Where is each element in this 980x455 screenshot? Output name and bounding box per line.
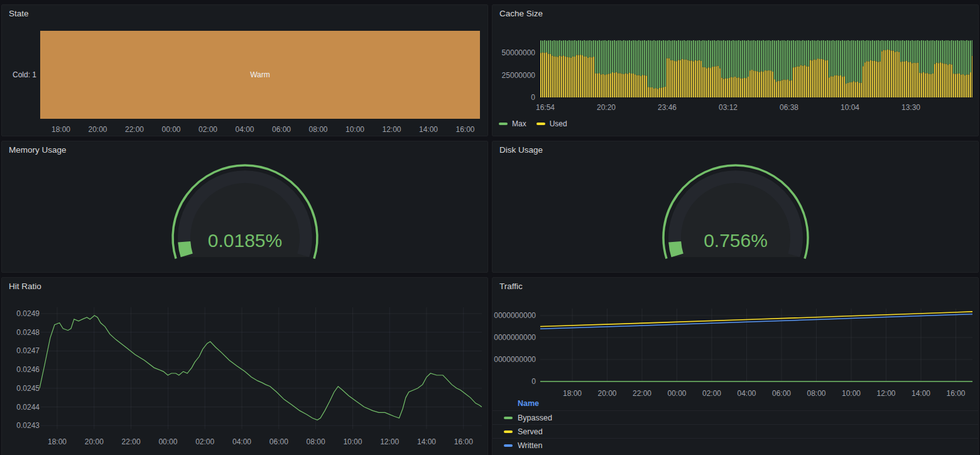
- panel-hit-ratio: Hit Ratio 0.02490.02480.02470.02460.0245…: [1, 277, 488, 455]
- legend-label: Written: [518, 441, 542, 450]
- hit-ratio-line: [37, 296, 482, 434]
- y-tick-label: 20000000000: [494, 355, 536, 364]
- x-tick-label: 03:12: [719, 103, 738, 112]
- x-tick-label: 10:00: [346, 125, 364, 134]
- x-tick-label: 08:00: [307, 437, 325, 446]
- hit-ratio-y-axis: 0.02490.02480.02470.02460.02450.02440.02…: [3, 295, 40, 440]
- y-tick-label: 0: [531, 377, 536, 386]
- x-tick-label: 12:00: [380, 437, 399, 446]
- state-label: Warm: [250, 70, 270, 79]
- x-tick-label: 20:00: [88, 125, 107, 134]
- memory-usage-gauge: 0.0185%: [2, 159, 487, 272]
- legend-label: Served: [518, 427, 543, 436]
- gauge-svg: 0.756%: [654, 156, 817, 273]
- x-tick-label: 00:00: [161, 125, 180, 134]
- gauge-value: 0.0185%: [207, 230, 281, 251]
- y-tick-label: 0.0246: [16, 365, 40, 374]
- x-tick-label: 12:00: [382, 125, 401, 134]
- max-series-swatch-icon: [499, 123, 508, 125]
- cache-size-legend: MaxUsed: [499, 119, 567, 128]
- x-tick-label: 22:00: [122, 437, 141, 446]
- legend-item-used[interactable]: Used: [536, 119, 567, 128]
- cache-y-axis: 02500000050000000: [494, 23, 535, 104]
- gauge-value: 0.756%: [704, 230, 768, 251]
- used-series-swatch-icon: [536, 123, 545, 125]
- legend-label: Max: [512, 119, 526, 128]
- state-row-label: Cold: 1: [5, 70, 36, 79]
- panel-title-state[interactable]: State: [2, 5, 487, 23]
- x-tick-label: 14:00: [419, 125, 438, 134]
- legend-item-max[interactable]: Max: [499, 119, 526, 128]
- x-tick-label: 16:54: [536, 103, 555, 112]
- written-series-swatch-icon: [504, 444, 513, 447]
- disk-usage-gauge: 0.756%: [493, 159, 978, 272]
- x-tick-label: 18:00: [48, 437, 67, 446]
- x-tick-label: 02:00: [195, 437, 214, 446]
- y-tick-label: 0.0243: [16, 421, 40, 430]
- legend-item-written[interactable]: Written: [493, 438, 978, 452]
- y-tick-label: 0.0244: [16, 403, 40, 412]
- legend-label: Used: [550, 119, 567, 128]
- x-tick-label: 13:30: [901, 103, 920, 112]
- cache-size-area: [540, 36, 972, 97]
- x-tick-label: 22:00: [125, 125, 144, 134]
- panel-title-hit-ratio[interactable]: Hit Ratio: [2, 278, 487, 295]
- panel-title-cache-size[interactable]: Cache Size: [493, 5, 978, 23]
- panel-title-traffic[interactable]: Traffic: [493, 278, 978, 295]
- x-tick-label: 16:00: [455, 125, 474, 134]
- y-tick-label: 25000000: [502, 71, 535, 80]
- x-tick-label: 06:00: [272, 125, 291, 134]
- served-series-swatch-icon: [504, 430, 513, 433]
- traffic-y-axis: 0200000000004000000000060000000000: [494, 295, 536, 390]
- grafana-dashboard: State WarmCold: 118:0020:0022:0000:0002:…: [0, 0, 980, 455]
- y-tick-label: 0.0248: [16, 328, 40, 337]
- y-tick-label: 0.0245: [16, 384, 40, 393]
- y-tick-label: 50000000: [502, 48, 535, 57]
- x-tick-label: 20:00: [85, 437, 104, 446]
- x-tick-label: 14:00: [417, 437, 436, 446]
- x-tick-label: 23:46: [658, 103, 677, 112]
- traffic-lines: [540, 302, 972, 384]
- hit-ratio-chart[interactable]: 0.02490.02480.02470.02460.02450.02440.02…: [2, 295, 487, 455]
- x-tick-label: 10:04: [841, 103, 859, 112]
- y-tick-label: 0.0247: [16, 346, 40, 355]
- x-tick-label: 00:00: [158, 437, 177, 446]
- y-tick-label: 0: [531, 93, 535, 102]
- x-tick-label: 06:38: [780, 103, 798, 112]
- x-tick-label: 06:00: [270, 437, 288, 446]
- y-tick-label: 0.0249: [16, 309, 40, 318]
- state-timeline-chart[interactable]: WarmCold: 118:0020:0022:0000:0002:0004:0…: [2, 23, 487, 136]
- y-tick-label: 40000000000: [494, 333, 536, 342]
- x-tick-label: 20:20: [597, 103, 616, 112]
- bypassed-series-swatch-icon: [504, 417, 513, 419]
- cache-size-chart[interactable]: 0250000005000000016:5420:2023:4603:1206:…: [493, 23, 978, 136]
- x-tick-label: 04:00: [235, 125, 254, 134]
- x-tick-label: 10:00: [343, 437, 362, 446]
- legend-header-name: Name: [493, 397, 978, 410]
- panel-state: State WarmCold: 118:0020:0022:0000:0002:…: [1, 4, 488, 136]
- x-tick-label: 18:00: [52, 125, 70, 134]
- panel-disk-usage: Disk Usage 0.756%: [492, 141, 979, 273]
- panel-traffic: Traffic 02000000000040000000000600000000…: [492, 277, 979, 455]
- x-tick-label: 16:00: [454, 437, 473, 446]
- x-tick-label: 02:00: [199, 125, 217, 134]
- x-tick-label: 08:00: [308, 125, 327, 134]
- x-tick-label: 04:00: [232, 437, 251, 446]
- legend-item-bypassed[interactable]: Bypassed: [493, 410, 978, 424]
- panel-memory-usage: Memory Usage 0.0185%: [1, 141, 488, 273]
- gauge-svg: 0.0185%: [163, 156, 327, 273]
- panel-cache-size: Cache Size 0250000005000000016:5420:2023…: [492, 4, 979, 136]
- traffic-legend-table: NameBypassedServedWritten: [493, 397, 978, 452]
- legend-item-served[interactable]: Served: [493, 424, 978, 438]
- legend-label: Bypassed: [518, 414, 552, 422]
- y-tick-label: 60000000000: [494, 311, 536, 320]
- state-segment-warm[interactable]: Warm: [40, 31, 480, 119]
